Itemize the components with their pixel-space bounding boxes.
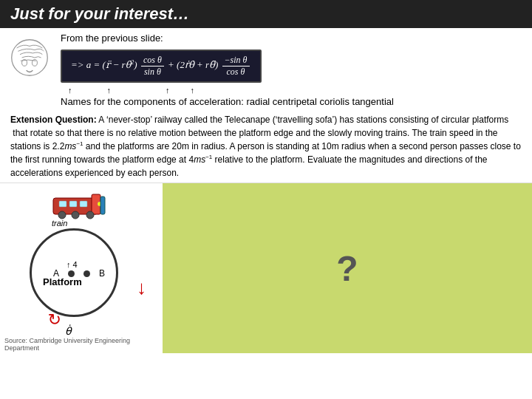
svg-point-0 bbox=[12, 40, 48, 76]
cartoon-face-icon bbox=[10, 38, 49, 77]
svg-point-10 bbox=[86, 211, 94, 219]
top-section: From the previous slide: => a = (r̈ − rθ… bbox=[0, 28, 532, 110]
arrows-indicators: ↑ ↑ ↑ ↑ bbox=[61, 86, 522, 95]
question-mark: ? bbox=[336, 248, 358, 289]
train-label: train bbox=[52, 219, 67, 228]
svg-rect-6 bbox=[69, 201, 77, 207]
svg-rect-12 bbox=[100, 197, 105, 214]
svg-point-8 bbox=[58, 211, 66, 219]
train-diagram: train ↑ 4 A B Platform ↺ bbox=[7, 188, 155, 343]
from-previous-label: From the previous slide: bbox=[61, 33, 262, 44]
red-arrow-icon: ↓ bbox=[137, 276, 146, 299]
extension-title: Extension Question: bbox=[10, 115, 97, 125]
face-container bbox=[10, 38, 49, 77]
svg-rect-7 bbox=[80, 201, 87, 207]
diagram-panel: train ↑ 4 A B Platform ↺ bbox=[0, 183, 163, 353]
from-previous-row: From the previous slide: => a = (r̈ − rθ… bbox=[10, 33, 522, 83]
from-label-block: From the previous slide: => a = (r̈ − rθ… bbox=[61, 33, 262, 83]
names-row: Names for the components of acceleration… bbox=[61, 96, 522, 107]
source-text: Source: Cambridge University Engineering… bbox=[4, 337, 163, 352]
dot-b bbox=[83, 270, 90, 277]
title-text: Just for your interest… bbox=[10, 4, 189, 23]
b-label: B bbox=[99, 268, 105, 279]
curved-arrow-icon: ↺ bbox=[48, 310, 61, 330]
formula-text: => a = (r̈ − rθ̇2) cos θ sin θ + (2ṙθ̇ +… bbox=[71, 59, 251, 70]
svg-point-9 bbox=[72, 211, 79, 219]
extension-section: Extension Question: A ‘never-stop’ railw… bbox=[0, 110, 532, 183]
svg-rect-5 bbox=[59, 201, 66, 207]
formula-box: => a = (r̈ − rθ̇2) cos θ sin θ + (2ṙθ̇ +… bbox=[61, 50, 262, 83]
theta-label: θ̇ bbox=[65, 325, 72, 337]
platform-label: Platform bbox=[43, 276, 82, 287]
question-panel: ? bbox=[163, 183, 532, 353]
svg-point-1 bbox=[22, 60, 27, 66]
bottom-section: train ↑ 4 A B Platform ↺ bbox=[0, 183, 532, 353]
main-content: From the previous slide: => a = (r̈ − rθ… bbox=[0, 28, 532, 353]
title-bar: Just for your interest… bbox=[0, 0, 532, 28]
